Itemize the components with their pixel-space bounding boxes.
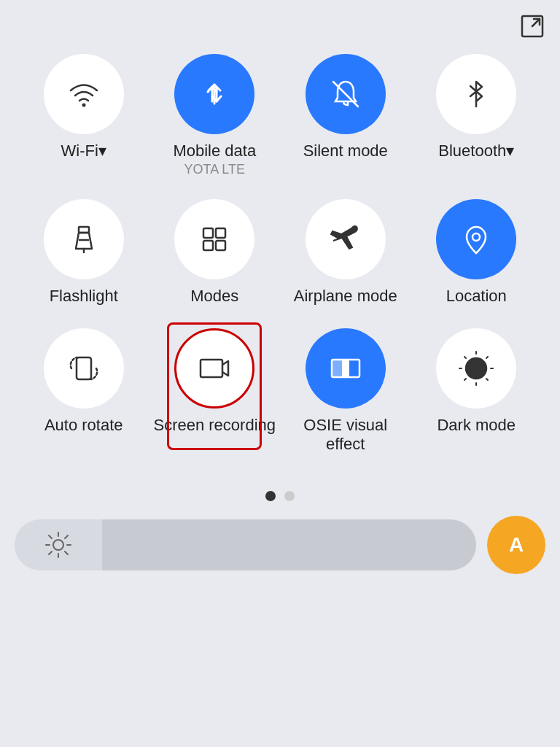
osie-label: OSIE visual effect [284,416,408,454]
modes-label: Modes [190,287,238,306]
airplane-circle [306,199,386,279]
pagination-dot-2[interactable] [284,491,295,501]
bluetooth-icon [458,76,494,112]
silent-icon [327,76,364,112]
mobile-data-sublabel: YOTA LTE [184,162,245,177]
edit-icon[interactable] [519,13,545,39]
brightness-left [15,519,102,570]
airplane-icon [327,221,364,258]
location-icon [458,221,494,258]
qs-item-osie[interactable]: OSIE visual effect [284,328,408,454]
svg-line-37 [65,551,68,554]
mobile-data-circle [174,54,254,134]
silent-mode-label: Silent mode [303,142,388,160]
svg-rect-13 [216,228,225,238]
quick-settings: Wi-Fi▾ Mobile data YOTA LTE [0,47,560,484]
top-bar [0,0,560,47]
brightness-icon [44,530,73,560]
qs-row-2: Flashlight Modes Airplane mode [22,199,538,306]
qs-row-1: Wi-Fi▾ Mobile data YOTA LTE [22,54,538,177]
qs-item-screen-recording[interactable]: Screen recording [153,328,277,454]
svg-rect-21 [332,360,342,377]
qs-item-modes[interactable]: Modes [153,199,277,306]
qs-item-location[interactable]: Location [415,199,539,306]
svg-line-36 [49,535,52,538]
svg-point-2 [82,104,85,107]
svg-point-31 [53,540,63,550]
qs-item-dark-mode[interactable]: Dark mode [415,328,539,454]
svg-line-27 [464,357,466,358]
svg-line-38 [65,535,68,538]
dark-mode-circle [436,328,516,409]
silent-mode-circle [306,54,386,134]
qs-item-airplane-mode[interactable]: Airplane mode [284,199,408,306]
bluetooth-circle [436,54,516,134]
osie-circle [306,328,386,409]
dark-mode-label: Dark mode [437,416,516,435]
location-circle [436,199,516,279]
dark-mode-icon [458,350,494,387]
svg-rect-20 [342,360,349,377]
svg-rect-12 [203,228,213,238]
screen-recording-label: Screen recording [153,416,276,435]
location-label: Location [446,287,507,306]
brightness-track[interactable] [102,519,476,570]
svg-rect-15 [216,241,225,250]
svg-rect-14 [203,241,213,250]
qs-item-bluetooth[interactable]: Bluetooth▾ [415,54,539,177]
modes-circle [174,199,254,279]
airplane-label: Airplane mode [294,287,397,306]
svg-rect-18 [201,360,222,377]
svg-line-39 [49,551,52,554]
auto-rotate-label: Auto rotate [44,416,123,435]
bluetooth-label: Bluetooth▾ [438,142,514,160]
qs-item-mobile-data[interactable]: Mobile data YOTA LTE [153,54,277,177]
svg-point-16 [472,233,480,241]
svg-line-1 [532,19,540,26]
qs-item-silent-mode[interactable]: Silent mode [284,54,408,177]
brightness-bar[interactable]: A [15,516,545,574]
mobile-data-label: Mobile data [173,142,256,160]
wifi-icon [66,76,102,112]
wifi-label: Wi-Fi▾ [61,142,106,160]
svg-rect-17 [77,357,91,379]
pagination [0,491,560,501]
pagination-dot-1[interactable] [265,491,276,501]
avatar[interactable]: A [487,516,545,574]
qs-item-wifi[interactable]: Wi-Fi▾ [22,54,146,177]
flashlight-label: Flashlight [50,287,118,306]
screen-recording-circle [174,328,254,409]
modes-icon [196,221,233,258]
qs-item-flashlight[interactable]: Flashlight [22,199,146,306]
mobile-data-icon [196,76,233,112]
wifi-circle [44,54,124,134]
screen-recording-icon [196,350,233,387]
auto-rotate-circle [44,328,124,409]
svg-line-29 [486,357,488,358]
qs-row-3: Auto rotate Screen recording O [22,328,538,454]
svg-line-28 [486,379,488,380]
svg-line-30 [464,379,466,380]
osie-icon [327,350,364,387]
auto-rotate-icon [66,350,102,387]
flashlight-icon [66,221,102,258]
qs-item-auto-rotate[interactable]: Auto rotate [22,328,146,454]
flashlight-circle [44,199,124,279]
